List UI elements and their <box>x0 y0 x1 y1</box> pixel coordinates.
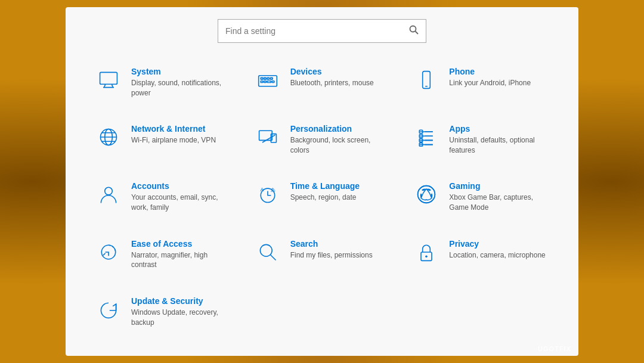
settings-grid: SystemDisplay, sound, notifications, pow… <box>83 57 561 344</box>
apps-title: Apps <box>449 124 549 134</box>
setting-item-gaming[interactable]: GamingXbox Game Bar, captures, Game Mode <box>401 172 561 229</box>
time-desc: Speech, region, date <box>290 193 360 203</box>
setting-item-phone[interactable]: PhoneLink your Android, iPhone <box>401 57 561 114</box>
time-title: Time & Language <box>290 181 360 191</box>
system-title: System <box>131 67 231 76</box>
system-icon <box>95 67 122 93</box>
update-desc: Windows Update, recovery, backup <box>131 308 231 328</box>
search-desc: Find my files, permissions <box>290 250 373 260</box>
update-icon <box>95 296 122 322</box>
svg-line-1 <box>416 32 419 35</box>
setting-item-accounts[interactable]: AccountsYour accounts, email, sync, work… <box>83 172 243 229</box>
setting-item-time[interactable]: AあTime & LanguageSpeech, region, date <box>243 172 402 229</box>
svg-rect-22 <box>259 131 272 140</box>
accounts-desc: Your accounts, email, sync, work, family <box>131 193 231 213</box>
devices-desc: Bluetooth, printers, mouse <box>290 78 374 88</box>
time-icon: Aあ <box>255 181 281 207</box>
svg-rect-13 <box>267 81 271 83</box>
accounts-title: Accounts <box>131 181 231 191</box>
network-title: Network & Internet <box>131 124 216 134</box>
personalization-title: Personalization <box>290 124 390 134</box>
svg-rect-9 <box>267 77 270 79</box>
phone-desc: Link your Android, iPhone <box>449 78 531 88</box>
gaming-title: Gaming <box>449 181 549 191</box>
ease-desc: Narrator, magnifier, high contrast <box>131 250 231 271</box>
svg-point-51 <box>426 255 428 257</box>
gaming-icon <box>413 181 439 207</box>
watermark: UGOTFIX <box>538 345 571 352</box>
apps-desc: Uninstall, defaults, optional features <box>449 135 549 156</box>
svg-rect-8 <box>264 77 266 79</box>
svg-line-49 <box>270 255 275 260</box>
svg-rect-2 <box>100 72 117 84</box>
search-bar[interactable] <box>218 19 426 43</box>
setting-item-apps[interactable]: AppsUninstall, defaults, optional featur… <box>401 114 561 172</box>
setting-item-ease[interactable]: Ease of AccessNarrator, magnifier, high … <box>83 229 243 287</box>
search-icon <box>409 25 419 37</box>
search-input[interactable] <box>225 26 409 36</box>
setting-item-network[interactable]: Network & InternetWi-Fi, airplane mode, … <box>83 114 243 172</box>
setting-item-search[interactable]: SearchFind my files, permissions <box>243 229 402 287</box>
setting-item-personalization[interactable]: PersonalizationBackground, lock screen, … <box>243 114 402 172</box>
system-desc: Display, sound, notifications, power <box>131 78 231 98</box>
search-title: Search <box>290 239 373 249</box>
ease-title: Ease of Access <box>131 239 231 249</box>
network-icon <box>95 124 122 150</box>
phone-icon <box>413 67 439 93</box>
privacy-icon <box>413 239 439 265</box>
svg-text:あ: あ <box>271 187 275 193</box>
personalization-icon <box>255 124 281 150</box>
accounts-icon <box>95 181 122 207</box>
devices-title: Devices <box>290 67 374 76</box>
svg-point-48 <box>260 244 272 256</box>
apps-icon <box>413 124 439 150</box>
setting-item-update[interactable]: Update & SecurityWindows Update, recover… <box>83 287 243 344</box>
svg-point-0 <box>410 26 416 32</box>
main-panel: SystemDisplay, sound, notifications, pow… <box>66 7 578 356</box>
setting-item-devices[interactable]: DevicesBluetooth, printers, mouse <box>243 57 402 114</box>
svg-point-40 <box>105 188 113 196</box>
svg-rect-11 <box>261 81 263 83</box>
setting-item-system[interactable]: SystemDisplay, sound, notifications, pow… <box>83 57 243 114</box>
setting-item-privacy[interactable]: PrivacyLocation, camera, microphone <box>401 229 561 287</box>
svg-rect-10 <box>270 77 273 79</box>
phone-title: Phone <box>449 67 531 76</box>
svg-line-23 <box>262 135 275 143</box>
svg-rect-14 <box>272 81 274 83</box>
privacy-desc: Location, camera, microphone <box>449 250 545 260</box>
svg-rect-12 <box>264 81 266 83</box>
update-title: Update & Security <box>131 296 231 306</box>
network-desc: Wi-Fi, airplane mode, VPN <box>131 135 216 145</box>
gaming-desc: Xbox Game Bar, captures, Game Mode <box>449 193 549 213</box>
svg-line-47 <box>103 253 106 255</box>
svg-text:A: A <box>260 187 264 193</box>
privacy-title: Privacy <box>449 239 545 249</box>
search-icon <box>255 239 281 265</box>
personalization-desc: Background, lock screen, colors <box>290 135 390 156</box>
devices-icon <box>255 67 281 93</box>
svg-rect-7 <box>261 77 263 79</box>
ease-icon <box>95 239 122 265</box>
